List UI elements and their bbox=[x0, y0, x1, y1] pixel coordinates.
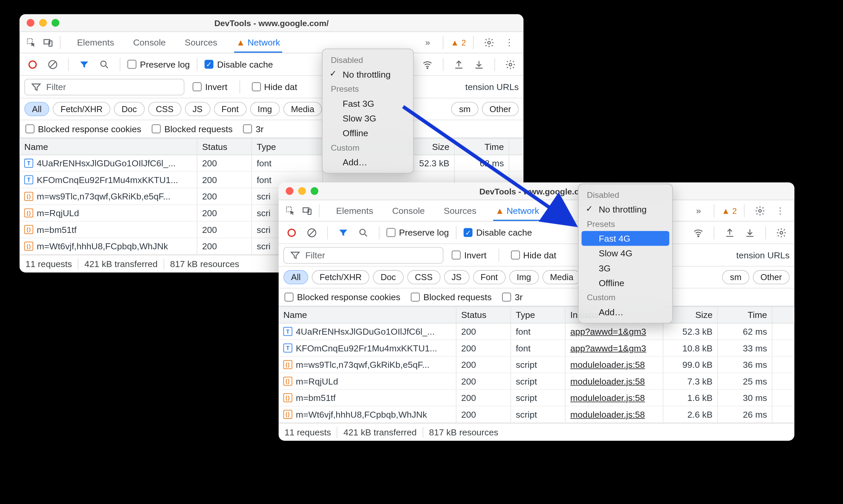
type-fetch[interactable]: Fetch/XHR bbox=[312, 270, 369, 284]
menu-offline[interactable]: Offline bbox=[322, 126, 413, 140]
close-icon[interactable] bbox=[27, 19, 35, 27]
tab-elements[interactable]: Elements bbox=[70, 33, 121, 52]
menu-3g[interactable]: 3G bbox=[579, 261, 672, 275]
type-fetch[interactable]: Fetch/XHR bbox=[53, 102, 110, 116]
menu-fast-3g[interactable]: Fast 3G bbox=[322, 96, 413, 111]
inspect-icon[interactable] bbox=[282, 202, 299, 219]
type-img[interactable]: Img bbox=[509, 270, 539, 284]
warnings-badge[interactable]: ▲ 2 bbox=[722, 206, 737, 215]
col-status[interactable]: Status bbox=[197, 139, 252, 155]
tab-console[interactable]: Console bbox=[126, 33, 173, 52]
type-media[interactable]: Media bbox=[542, 270, 581, 284]
inspect-icon[interactable] bbox=[23, 34, 40, 51]
type-other[interactable]: Other bbox=[753, 270, 789, 284]
record-button[interactable] bbox=[24, 56, 41, 73]
table-row[interactable]: ⟨⟩m=ws9Tlc,n73qwf,GkRiKb,e5qF... 200 scr… bbox=[279, 357, 794, 374]
menu-slow-4g[interactable]: Slow 4G bbox=[579, 246, 672, 261]
kebab-menu-icon[interactable]: ⋮ bbox=[501, 34, 518, 51]
col-name[interactable]: Name bbox=[19, 139, 197, 155]
search-icon[interactable] bbox=[96, 56, 113, 73]
type-font[interactable]: Font bbox=[214, 102, 246, 116]
throttling-menu-after[interactable]: Disabled No throttling Presets Fast 4G S… bbox=[578, 184, 673, 324]
more-tabs-icon[interactable]: » bbox=[690, 202, 707, 219]
invert-checkbox[interactable]: Invert bbox=[452, 250, 487, 260]
menu-add[interactable]: Add… bbox=[322, 155, 413, 169]
col-time[interactable]: Time bbox=[455, 139, 509, 155]
search-icon[interactable] bbox=[355, 224, 372, 241]
table-row[interactable]: ⟨⟩m=RqjULd 200 script moduleloader.js:58… bbox=[279, 373, 794, 390]
menu-add[interactable]: Add… bbox=[579, 305, 672, 319]
col-name[interactable]: Name bbox=[279, 307, 457, 323]
upload-icon[interactable] bbox=[721, 224, 738, 241]
preserve-log-checkbox[interactable]: Preserve log bbox=[386, 228, 449, 238]
tab-console[interactable]: Console bbox=[385, 201, 432, 220]
menu-slow-3g[interactable]: Slow 3G bbox=[322, 111, 413, 126]
blocked-requests-checkbox[interactable]: Blocked requests bbox=[152, 124, 233, 134]
table-row[interactable]: ⟨⟩m=Wt6vjf,hhhU8,FCpbqb,WhJNk 200 script… bbox=[279, 406, 794, 423]
disable-cache-checkbox[interactable]: ✓Disable cache bbox=[205, 59, 273, 69]
type-css[interactable]: CSS bbox=[148, 102, 181, 116]
hide-data-checkbox[interactable]: Hide dat bbox=[511, 250, 556, 260]
menu-fast-4g[interactable]: Fast 4G bbox=[581, 231, 669, 246]
preserve-log-checkbox[interactable]: Preserve log bbox=[128, 59, 190, 69]
col-type[interactable]: Type bbox=[252, 139, 323, 155]
settings-icon[interactable] bbox=[480, 34, 497, 51]
network-settings-icon[interactable] bbox=[502, 56, 519, 73]
maximize-icon[interactable] bbox=[52, 19, 59, 27]
col-type[interactable]: Type bbox=[511, 307, 566, 323]
download-icon[interactable] bbox=[741, 224, 758, 241]
tab-network[interactable]: ▲Network bbox=[229, 33, 287, 52]
table-row[interactable]: TKFOmCnqEu92Fr1Mu4mxKKTU1... 200 font ap… bbox=[279, 340, 794, 357]
type-media[interactable]: Media bbox=[283, 102, 322, 116]
download-icon[interactable] bbox=[471, 56, 487, 73]
more-tabs-icon[interactable]: » bbox=[419, 34, 436, 51]
initiator-link[interactable]: moduleloader.js:58 bbox=[566, 357, 664, 373]
filter-icon[interactable] bbox=[335, 224, 352, 241]
warnings-badge[interactable]: ▲ 2 bbox=[451, 37, 466, 47]
blocked-cookies-checkbox[interactable]: Blocked response cookies bbox=[285, 292, 401, 302]
device-toggle-icon[interactable] bbox=[40, 34, 57, 51]
col-status[interactable]: Status bbox=[457, 307, 511, 323]
menu-offline[interactable]: Offline bbox=[579, 275, 672, 290]
settings-icon[interactable] bbox=[752, 202, 768, 219]
type-all[interactable]: All bbox=[24, 102, 50, 116]
table-row[interactable]: ⟨⟩m=bm51tf 200 script moduleloader.js:58… bbox=[279, 390, 794, 407]
wifi-icon[interactable] bbox=[419, 56, 436, 73]
type-font[interactable]: Font bbox=[473, 270, 505, 284]
third-party-checkbox[interactable]: 3r bbox=[243, 124, 264, 134]
type-other[interactable]: Other bbox=[482, 102, 519, 116]
menu-no-throttling[interactable]: No throttling bbox=[322, 67, 413, 82]
filter-input[interactable]: Filter bbox=[283, 247, 443, 264]
type-css[interactable]: CSS bbox=[407, 270, 440, 284]
col-time[interactable]: Time bbox=[718, 307, 772, 323]
filter-icon[interactable] bbox=[76, 56, 93, 73]
type-img[interactable]: Img bbox=[250, 102, 280, 116]
initiator-link[interactable]: moduleloader.js:58 bbox=[566, 406, 664, 422]
initiator-link[interactable]: app?awwd=1&gm3 bbox=[566, 340, 664, 356]
table-row[interactable]: T4UaRrENHsxJlGDuGo1OIlJfC6l_... 200 font… bbox=[279, 323, 794, 340]
throttling-menu-before[interactable]: Disabled No throttling Presets Fast 3G S… bbox=[322, 49, 414, 173]
type-sm[interactable]: sm bbox=[452, 102, 478, 116]
initiator-link[interactable]: moduleloader.js:58 bbox=[566, 390, 664, 406]
clear-icon[interactable] bbox=[303, 224, 320, 241]
table-row[interactable]: T4UaRrENHsxJlGDuGo1OIlJfC6l_... 200 font… bbox=[19, 155, 524, 172]
minimize-icon[interactable] bbox=[39, 19, 47, 27]
minimize-icon[interactable] bbox=[298, 187, 306, 195]
record-button[interactable] bbox=[283, 224, 300, 241]
kebab-menu-icon[interactable]: ⋮ bbox=[772, 202, 789, 219]
tab-network[interactable]: ▲Network bbox=[488, 201, 546, 220]
initiator-link[interactable]: moduleloader.js:58 bbox=[566, 373, 664, 389]
close-icon[interactable] bbox=[286, 187, 293, 195]
invert-checkbox[interactable]: Invert bbox=[193, 82, 227, 92]
hide-data-checkbox[interactable]: Hide dat bbox=[251, 82, 297, 92]
third-party-checkbox[interactable]: 3r bbox=[503, 292, 523, 302]
device-toggle-icon[interactable] bbox=[299, 202, 316, 219]
clear-icon[interactable] bbox=[45, 56, 61, 73]
type-doc[interactable]: Doc bbox=[114, 102, 145, 116]
blocked-cookies-checkbox[interactable]: Blocked response cookies bbox=[25, 124, 141, 134]
tab-elements[interactable]: Elements bbox=[329, 201, 380, 220]
tab-sources[interactable]: Sources bbox=[177, 33, 224, 52]
initiator-link[interactable]: app?awwd=1&gm3 bbox=[566, 323, 664, 339]
type-sm[interactable]: sm bbox=[722, 270, 749, 284]
filter-input[interactable]: Filter bbox=[24, 79, 185, 95]
